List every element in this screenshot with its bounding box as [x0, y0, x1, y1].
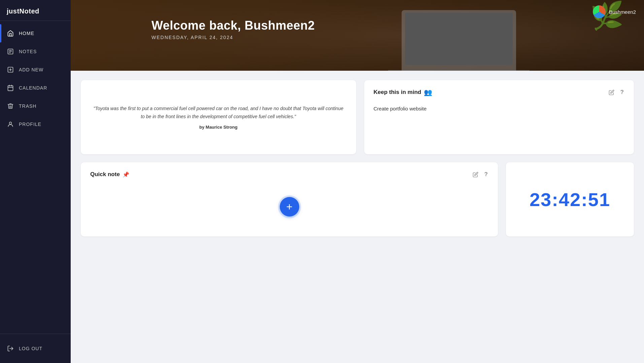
- top-cards-row: "Toyota was the first to put a commercia…: [81, 80, 634, 154]
- keep-in-mind-header: Keep this in mind 👥 ?: [374, 88, 625, 96]
- logout-icon: [7, 345, 14, 352]
- add-new-icon: [7, 66, 14, 73]
- username-display: Bushmeen2: [609, 9, 636, 15]
- sidebar-item-notes[interactable]: NOTES: [0, 42, 71, 61]
- keep-in-mind-title: Keep this in mind 👥: [374, 88, 433, 96]
- sidebar-nav: HOME NOTES ADD NEW: [0, 21, 71, 334]
- clock-card: 23:42:51: [506, 162, 634, 236]
- trash-icon: [7, 102, 14, 110]
- avatar-image: [593, 5, 606, 18]
- quick-note-help-button[interactable]: ?: [484, 170, 488, 178]
- laptop-base-decoration: [388, 70, 530, 71]
- quick-note-actions: ?: [472, 170, 488, 178]
- home-icon: [7, 30, 14, 37]
- keep-in-mind-edit-button[interactable]: [608, 89, 615, 96]
- laptop-screen-decoration: [405, 13, 513, 65]
- svg-rect-7: [8, 86, 13, 91]
- avatar: [593, 5, 606, 18]
- main-cards-area: "Toyota was the first to put a commercia…: [71, 71, 644, 363]
- svg-point-11: [9, 122, 12, 124]
- profile-icon: [7, 121, 14, 128]
- bottom-cards-row: Quick note 📌 ?: [81, 162, 634, 236]
- pin-icon: 📌: [123, 171, 129, 178]
- sidebar-label-calendar: CALENDAR: [19, 85, 47, 91]
- keep-in-mind-content: Create portfolio website: [374, 103, 625, 114]
- sidebar-bottom: LOG OUT: [0, 334, 71, 363]
- keep-in-mind-actions: ?: [608, 88, 624, 96]
- sidebar-label-add-new: ADD NEW: [19, 67, 43, 72]
- sidebar-label-profile: PROFILE: [19, 122, 41, 127]
- add-note-button[interactable]: [280, 197, 299, 217]
- quick-note-body: [90, 185, 488, 228]
- keep-in-mind-card: Keep this in mind 👥 ? Create portfolio w…: [364, 80, 634, 154]
- calendar-icon: [7, 84, 14, 92]
- sidebar-item-logout[interactable]: LOG OUT: [0, 339, 71, 358]
- sidebar: justNoted HOME NOTES: [0, 0, 71, 363]
- sidebar-item-trash[interactable]: TRASH: [0, 97, 71, 115]
- sidebar-label-logout: LOG OUT: [19, 346, 42, 351]
- keep-in-mind-help-button[interactable]: ?: [620, 88, 624, 96]
- quote-author: by Maurice Strong: [199, 125, 237, 130]
- date-display: WEDNESDAY, APRIL 24, 2024: [151, 35, 315, 40]
- main-content: 🌿 Welcome back, Bushmeen2 WEDNESDAY, APR…: [71, 0, 644, 363]
- quick-note-edit-button[interactable]: [472, 171, 479, 178]
- quote-text: "Toyota was the first to put a commercia…: [93, 105, 344, 121]
- app-logo: justNoted: [0, 0, 71, 21]
- banner-text-area: Welcome back, Bushmeen2 WEDNESDAY, APRIL…: [151, 19, 315, 40]
- sidebar-label-trash: TRASH: [19, 103, 36, 109]
- clock-display: 23:42:51: [530, 189, 610, 210]
- header-banner: 🌿 Welcome back, Bushmeen2 WEDNESDAY, APR…: [71, 0, 644, 71]
- quick-note-header: Quick note 📌 ?: [90, 170, 488, 178]
- welcome-heading: Welcome back, Bushmeen2: [151, 19, 315, 33]
- user-menu[interactable]: Bushmeen2: [593, 5, 636, 18]
- users-icon: 👥: [424, 88, 432, 96]
- quote-card: "Toyota was the first to put a commercia…: [81, 80, 356, 154]
- sidebar-item-add-new[interactable]: ADD NEW: [0, 61, 71, 79]
- quick-note-title: Quick note 📌: [90, 171, 129, 178]
- quick-note-card: Quick note 📌 ?: [81, 162, 498, 236]
- sidebar-item-calendar[interactable]: CALENDAR: [0, 79, 71, 97]
- sidebar-label-home: HOME: [19, 31, 34, 36]
- sidebar-label-notes: NOTES: [19, 49, 37, 54]
- notes-icon: [7, 48, 14, 55]
- sidebar-item-home[interactable]: HOME: [0, 24, 71, 42]
- sidebar-item-profile[interactable]: PROFILE: [0, 115, 71, 133]
